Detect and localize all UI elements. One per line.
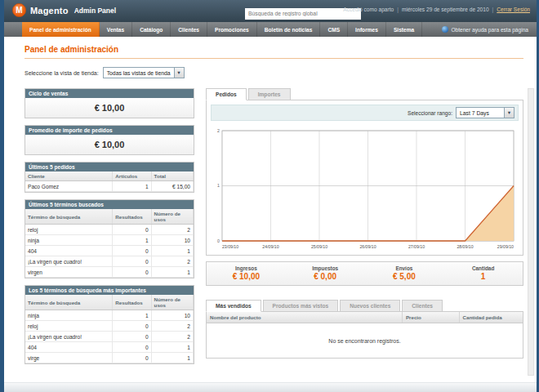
- table-cell: 1: [151, 267, 193, 278]
- last-orders-panel: Últimos 5 pedidos ClienteArtículosTotalP…: [24, 162, 194, 193]
- nav-item-cms[interactable]: CMS: [320, 22, 348, 37]
- magento-logo: M Magento Admin Panel: [12, 3, 116, 17]
- svg-text:28/09/10: 28/09/10: [457, 244, 473, 249]
- nav-item-boletin-de-noticias[interactable]: Boletín de noticias: [257, 22, 321, 37]
- magento-admin-window: M Magento Admin Panel Accedió como apart…: [0, 0, 539, 392]
- svg-text:25/09/10: 25/09/10: [311, 244, 327, 249]
- stat-ingresos: Ingresos € 10,00: [207, 265, 286, 281]
- tab-productos-mas-vistos[interactable]: Productos más vistos: [263, 300, 339, 312]
- lifetime-sales-panel: Ciclo de ventas € 10,00: [24, 88, 194, 118]
- column-header: Total: [151, 172, 193, 181]
- table-row: virgen01: [25, 267, 194, 278]
- nav-item-panel-de-administracion[interactable]: Panel de administración: [22, 22, 100, 37]
- column-header: Resultados: [113, 209, 151, 225]
- store-view-label: Seleccione la vista de tienda:: [24, 70, 99, 76]
- logo-title: Magento: [30, 6, 69, 16]
- nav-item-ventas[interactable]: Ventas: [100, 22, 132, 37]
- table-cell: 0: [113, 321, 151, 332]
- stat-label: Envíos: [365, 265, 444, 271]
- tab-mas-vendidos[interactable]: Más vendidos: [206, 300, 261, 312]
- chevron-down-icon: ▼: [174, 68, 184, 78]
- main-navbar: Panel de administración Ventas Catálogo …: [4, 22, 537, 37]
- tab-importes[interactable]: Importes: [248, 88, 291, 100]
- chart-toolbar: Seleccionar rango: Last 7 Days ▼: [211, 105, 519, 121]
- table-cell: ninja: [25, 235, 113, 246]
- svg-text:29/09/10: 29/09/10: [497, 244, 514, 249]
- top-search-terms-panel: Los 5 términos de búsqueda más important…: [24, 285, 194, 364]
- table-cell: 1: [151, 353, 193, 363]
- table-row: ninja110: [25, 310, 194, 321]
- table-cell: 0: [113, 256, 151, 267]
- table-row: reloj02: [25, 321, 194, 332]
- nav-item-sistema[interactable]: Sistema: [386, 22, 422, 37]
- stat-value: € 0,00: [286, 272, 365, 281]
- column-header: Resultados: [113, 295, 151, 310]
- panel-title: Promedio de importe de pedidos: [25, 126, 194, 135]
- table-cell: € 15,00: [151, 181, 193, 192]
- bestsellers-grid: Nombre del producto Precio Cantidad pedi…: [206, 311, 523, 359]
- average-orders-panel: Promedio de importe de pedidos € 10,00: [24, 125, 194, 155]
- magento-logo-icon: M: [12, 3, 26, 17]
- table-cell: 1: [113, 310, 151, 321]
- store-view-selected: Todas las vistas de tienda: [104, 70, 174, 76]
- table-cell: 2: [151, 321, 193, 332]
- dashboard-main: Pedidos Importes Seleccionar rango: Last…: [206, 88, 523, 371]
- help-globe-icon: [442, 26, 448, 33]
- stat-impuestos: Impuestos € 0,00: [286, 265, 365, 281]
- nav-item-informes[interactable]: Informes: [348, 22, 386, 37]
- table-cell: reloj: [25, 225, 113, 235]
- orders-chart-panel: Seleccionar rango: Last 7 Days ▼ 23/09/1…: [206, 100, 523, 256]
- table-row: virge01: [25, 353, 194, 363]
- table-row: Paco Gomez1€ 15,00: [25, 181, 194, 192]
- panel-title: Los 5 términos de búsqueda más important…: [25, 286, 194, 295]
- panel-title: Últimos 5 pedidos: [25, 163, 194, 172]
- logo-subtitle: Admin Panel: [74, 7, 116, 15]
- grid-empty-message: No se encontraron registros.: [207, 323, 523, 358]
- tab-clientes[interactable]: Clientes: [402, 300, 443, 312]
- current-date: miércoles 29 de septiembre de 2010: [402, 7, 489, 12]
- help-link[interactable]: Obtener ayuda para esta página: [442, 22, 537, 37]
- table-cell: 2: [151, 332, 193, 342]
- tab-nuevos-clientes[interactable]: Nuevos clientes: [340, 300, 400, 312]
- nav-item-catalogo[interactable]: Catálogo: [132, 22, 171, 37]
- products-tabs: Más vendidos Productos más vistos Nuevos…: [206, 300, 523, 312]
- column-header: Número de usos: [151, 295, 193, 310]
- table-cell: 1: [113, 235, 151, 246]
- store-view-select[interactable]: Todas las vistas de tienda ▼: [103, 67, 185, 78]
- table-cell: 0: [113, 267, 151, 278]
- range-selected: Last 7 Days: [457, 110, 504, 116]
- table-cell: 10: [151, 310, 193, 321]
- range-select[interactable]: Last 7 Days ▼: [456, 107, 514, 118]
- stat-envios: Envíos € 5,00: [365, 265, 444, 281]
- table-cell: 1: [151, 246, 193, 256]
- chevron-down-icon: ▼: [504, 108, 514, 118]
- chart-tabs: Pedidos Importes: [206, 88, 523, 100]
- stat-value: 1: [443, 272, 523, 281]
- page-title: Panel de administración: [24, 45, 118, 54]
- table-cell: virge: [25, 353, 113, 363]
- logout-link[interactable]: Cerrar Sesión: [497, 7, 530, 12]
- table-cell: 10: [151, 235, 193, 246]
- orders-area-chart: 23/09/1024/09/1025/09/1026/09/1027/09/10…: [211, 127, 519, 251]
- svg-text:24/09/10: 24/09/10: [262, 244, 278, 249]
- column-header: Término de búsqueda: [25, 209, 113, 225]
- column-header: Término de búsqueda: [25, 295, 113, 310]
- nav-item-promociones[interactable]: Promociones: [207, 22, 257, 37]
- column-header: Artículos: [113, 172, 151, 181]
- tab-pedidos[interactable]: Pedidos: [206, 88, 247, 100]
- separator: |: [397, 7, 399, 12]
- table-row: 40401: [25, 342, 194, 353]
- stat-label: Ingresos: [207, 265, 286, 271]
- svg-text:26/09/10: 26/09/10: [359, 244, 376, 249]
- table-cell: 0: [113, 332, 151, 342]
- scrollbar[interactable]: [528, 88, 534, 376]
- range-label: Seleccionar rango:: [408, 110, 452, 116]
- table-row: 40401: [25, 246, 194, 256]
- dashboard-sidebar: Ciclo de ventas € 10,00 Promedio de impo…: [24, 88, 194, 371]
- table-cell: 1: [151, 342, 193, 353]
- grid-header: Nombre del producto Precio Cantidad pedi…: [207, 312, 523, 323]
- header-bar: M Magento Admin Panel Accedió como apart…: [4, 0, 537, 22]
- login-info: Accedió como aparto | miércoles 29 de se…: [343, 7, 530, 12]
- svg-text:2: 2: [217, 128, 220, 133]
- nav-item-clientes[interactable]: Clientes: [171, 22, 207, 37]
